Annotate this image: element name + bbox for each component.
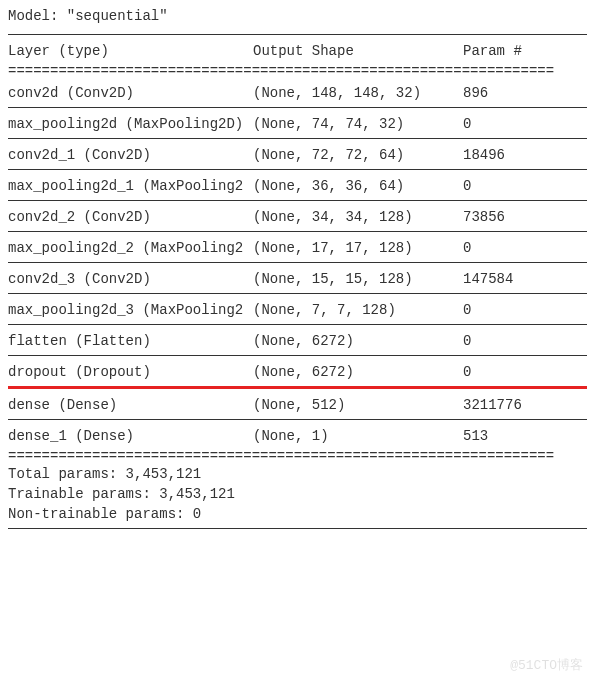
header-row: Layer (type) Output Shape Param #	[8, 35, 587, 65]
layer-name: max_pooling2d_3 (MaxPooling2	[8, 302, 253, 318]
layer-row: dense_1 (Dense)(None, 1)513	[8, 420, 587, 450]
layer-row: flatten (Flatten)(None, 6272)0	[8, 325, 587, 355]
layer-row: conv2d_1 (Conv2D)(None, 72, 72, 64)18496	[8, 139, 587, 169]
output-shape: (None, 1)	[253, 428, 463, 444]
param-count: 3211776	[463, 397, 587, 413]
output-shape: (None, 148, 148, 32)	[253, 85, 463, 101]
model-title: Model: "sequential"	[8, 8, 587, 24]
param-count: 0	[463, 333, 587, 349]
bottom-rule	[8, 528, 587, 529]
layer-row: max_pooling2d_1 (MaxPooling2(None, 36, 3…	[8, 170, 587, 200]
layer-row: conv2d_3 (Conv2D)(None, 15, 15, 128)1475…	[8, 263, 587, 293]
param-count: 73856	[463, 209, 587, 225]
layers-top: conv2d (Conv2D)(None, 148, 148, 32)896ma…	[8, 77, 587, 386]
layer-name: dense_1 (Dense)	[8, 428, 253, 444]
param-count: 0	[463, 364, 587, 380]
layer-name: max_pooling2d_2 (MaxPooling2	[8, 240, 253, 256]
layer-name: max_pooling2d (MaxPooling2D)	[8, 116, 253, 132]
param-count: 896	[463, 85, 587, 101]
layer-name: conv2d_3 (Conv2D)	[8, 271, 253, 287]
output-shape: (None, 6272)	[253, 333, 463, 349]
layer-row: conv2d_2 (Conv2D)(None, 34, 34, 128)7385…	[8, 201, 587, 231]
layer-name: conv2d_1 (Conv2D)	[8, 147, 253, 163]
output-shape: (None, 72, 72, 64)	[253, 147, 463, 163]
layer-row: dropout (Dropout)(None, 6272)0	[8, 356, 587, 386]
layer-row: max_pooling2d (MaxPooling2D)(None, 74, 7…	[8, 108, 587, 138]
output-shape: (None, 15, 15, 128)	[253, 271, 463, 287]
layer-name: conv2d_2 (Conv2D)	[8, 209, 253, 225]
double-rule: ========================================…	[8, 65, 587, 77]
layer-row: max_pooling2d_3 (MaxPooling2(None, 7, 7,…	[8, 294, 587, 324]
param-count: 0	[463, 116, 587, 132]
layers-bottom: dense (Dense)(None, 512)3211776dense_1 (…	[8, 389, 587, 450]
layer-name: max_pooling2d_1 (MaxPooling2	[8, 178, 253, 194]
param-count: 0	[463, 178, 587, 194]
output-shape: (None, 34, 34, 128)	[253, 209, 463, 225]
header-layer: Layer (type)	[8, 43, 253, 59]
param-count: 0	[463, 240, 587, 256]
output-shape: (None, 36, 36, 64)	[253, 178, 463, 194]
layer-name: flatten (Flatten)	[8, 333, 253, 349]
nontrainable-params: Non-trainable params: 0	[8, 506, 587, 522]
output-shape: (None, 6272)	[253, 364, 463, 380]
layer-row: conv2d (Conv2D)(None, 148, 148, 32)896	[8, 77, 587, 107]
output-shape: (None, 17, 17, 128)	[253, 240, 463, 256]
layer-row: dense (Dense)(None, 512)3211776	[8, 389, 587, 419]
output-shape: (None, 74, 74, 32)	[253, 116, 463, 132]
total-params: Total params: 3,453,121	[8, 466, 587, 482]
header-shape: Output Shape	[253, 43, 463, 59]
output-shape: (None, 7, 7, 128)	[253, 302, 463, 318]
layer-name: dense (Dense)	[8, 397, 253, 413]
layer-name: conv2d (Conv2D)	[8, 85, 253, 101]
param-count: 513	[463, 428, 587, 444]
param-count: 18496	[463, 147, 587, 163]
layer-row: max_pooling2d_2 (MaxPooling2(None, 17, 1…	[8, 232, 587, 262]
double-rule-bottom: ========================================…	[8, 450, 587, 462]
output-shape: (None, 512)	[253, 397, 463, 413]
header-param: Param #	[463, 43, 587, 59]
param-count: 0	[463, 302, 587, 318]
trainable-params: Trainable params: 3,453,121	[8, 486, 587, 502]
param-count: 147584	[463, 271, 587, 287]
layer-name: dropout (Dropout)	[8, 364, 253, 380]
